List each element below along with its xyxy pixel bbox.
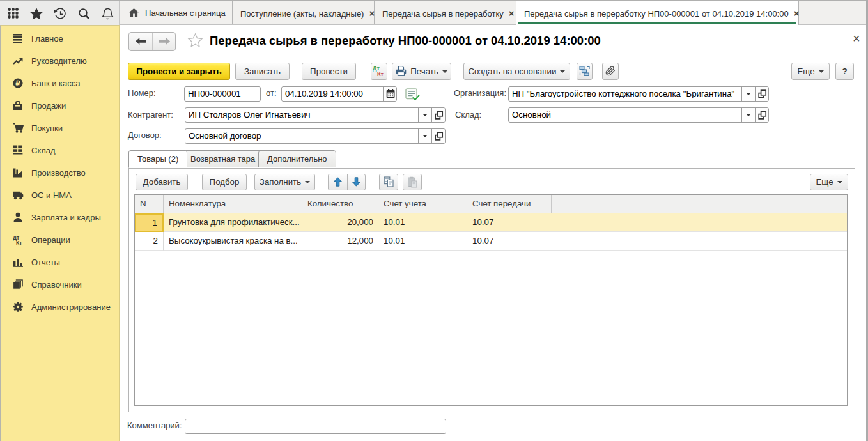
svg-text:Кт: Кт bbox=[16, 240, 22, 245]
svg-text:₽: ₽ bbox=[16, 79, 20, 87]
svg-text:Кт: Кт bbox=[377, 71, 384, 77]
